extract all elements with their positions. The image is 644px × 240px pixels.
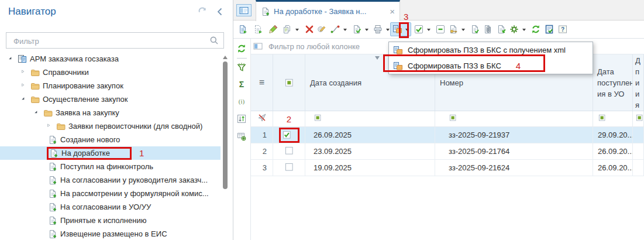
dropdown-arrow-icon[interactable] — [343, 29, 347, 33]
scrollbar-thumb[interactable] — [223, 61, 228, 189]
tree-scrollbar[interactable] — [221, 52, 229, 240]
tree-item[interactable]: Планирование закупок — [0, 79, 221, 92]
navigator-collapse-button[interactable] — [215, 6, 226, 18]
new-by-template-button[interactable] — [251, 22, 265, 36]
tree-item[interactable]: Заявка на закупку — [0, 106, 221, 119]
funnel-button[interactable] — [237, 63, 246, 72]
verify-button[interactable] — [468, 22, 482, 36]
access-key-button[interactable] — [446, 22, 467, 36]
expanded-arrow-icon[interactable] — [20, 97, 27, 102]
collapse-minus-button[interactable] — [433, 22, 447, 36]
table-row[interactable]: 223.09.2025зз-2025-09-2176426.09.20... — [251, 143, 644, 160]
column-filter-button[interactable] — [598, 114, 607, 125]
info-button[interactable]: (i) — [237, 97, 246, 106]
tree-item[interactable]: Поступил на финконтроль — [0, 160, 221, 173]
collapsed-arrow-icon[interactable] — [46, 124, 53, 129]
doc-plus-icon — [49, 149, 58, 158]
dropdown-arrow-icon[interactable] — [462, 29, 465, 33]
settings-gear-button[interactable] — [507, 22, 528, 36]
column-header-menu[interactable]: ≡ — [251, 54, 273, 111]
route-button[interactable] — [328, 22, 349, 36]
sigma-button[interactable]: Σ — [237, 80, 246, 89]
dropdown-arrow-icon[interactable] — [522, 29, 526, 33]
column-header-select[interactable] — [273, 54, 305, 111]
column-menu-arrow-icon[interactable] — [375, 56, 380, 62]
receive-button[interactable] — [494, 22, 508, 36]
tree-item[interactable]: Осуществление закупок — [0, 92, 221, 106]
panel-toggle-button[interactable] — [236, 4, 252, 16]
table-row[interactable]: 126.09.2025зз-2025-09-2193729.09.20... — [251, 127, 644, 143]
grid-settings-button[interactable] — [237, 132, 246, 141]
doc-plus-icon — [261, 7, 270, 16]
form-pzz-icon — [393, 61, 402, 71]
tab-close-icon[interactable]: × — [390, 7, 395, 16]
tree-item[interactable]: Извещение размещено в ЕИС — [0, 227, 221, 240]
cell-check — [273, 127, 305, 143]
dropdown-arrow-icon[interactable] — [295, 29, 299, 33]
menu-item-2[interactable]: Сформировать ПЗЗ в БКС4 — [389, 58, 593, 74]
cell-num: 1 — [251, 127, 273, 143]
clear-filter-button[interactable] — [257, 113, 267, 125]
approve-button[interactable] — [350, 22, 371, 36]
tree-item-content: На согласовании у руководителя заказч... — [47, 175, 209, 186]
tree-item-label: Справочники — [43, 68, 89, 77]
edit-button[interactable] — [266, 22, 280, 36]
stamp-sign-icon — [317, 25, 326, 34]
application-window: Навигатор АРМ заказчика госзаказаСправоч… — [0, 0, 644, 240]
print-button[interactable] — [371, 22, 392, 36]
cell-date_created: 26.09.2025 — [305, 127, 435, 143]
row-checkbox[interactable] — [284, 146, 294, 157]
column-header-date_uo[interactable]: Дата поступлен ия в УО — [593, 54, 633, 111]
tree-item[interactable]: Принятые к исполнению — [0, 214, 221, 227]
dropdown-arrow-icon[interactable] — [405, 29, 409, 33]
stamp-sign-button[interactable] — [315, 22, 329, 36]
row-checkbox[interactable] — [284, 162, 294, 173]
scroll-up-icon[interactable] — [223, 53, 228, 59]
doc-plus-icon — [48, 229, 57, 239]
dropdown-arrow-icon[interactable] — [427, 29, 431, 33]
menu-item-label: Сформировать ПЗЗ в БКС с получением xml — [408, 46, 566, 54]
expanded-arrow-icon[interactable] — [7, 56, 15, 62]
search-icon — [209, 36, 219, 45]
navigator-refresh-button[interactable] — [197, 6, 208, 18]
navigator-filter-input[interactable] — [12, 33, 208, 49]
help-button[interactable]: ? — [556, 22, 570, 36]
table-row[interactable]: 319.09.2025зз-2025-09-2162426.09.20... — [251, 160, 644, 176]
tree-item[interactable]: Заявки первоисточники (для сводной) — [0, 119, 221, 133]
menu-item-1[interactable]: Сформировать ПЗЗ в БКС с получением xml — [389, 42, 593, 58]
column-filter-button[interactable] — [449, 114, 458, 125]
tree-item[interactable]: На рассмотрении у формулярной комис... — [0, 187, 221, 200]
tree-item[interactable]: Справочники — [0, 66, 221, 79]
row-checkbox[interactable] — [279, 128, 299, 143]
tree-item[interactable]: На согласовании у руководителя заказч... — [0, 173, 221, 187]
tab-na-dorabotke[interactable]: На доработке - Заявка н... × — [256, 0, 400, 21]
new-document-button[interactable] — [236, 22, 250, 36]
column-filter-row: 2 — [251, 111, 644, 127]
copy-button[interactable] — [280, 22, 301, 36]
collapsed-arrow-icon[interactable] — [20, 83, 27, 89]
collapse-left-icon — [216, 7, 225, 16]
tree-item[interactable]: АРМ заказчика госзаказа — [0, 52, 221, 66]
attachments-button[interactable] — [481, 22, 495, 36]
tree-item-content: Заявка на закупку — [42, 108, 120, 118]
sort-updown-button[interactable] — [237, 114, 246, 124]
copy-icon — [283, 25, 292, 34]
select-check-button[interactable] — [412, 22, 433, 36]
collapsed-arrow-icon[interactable] — [20, 70, 27, 76]
refresh-button[interactable] — [529, 22, 543, 36]
dropdown-arrow-icon[interactable] — [386, 29, 390, 33]
dart-clear-icon — [257, 113, 267, 122]
tree-item[interactable]: Создание нового — [0, 133, 221, 146]
refresh-button[interactable] — [237, 44, 246, 53]
tree-item[interactable]: На согласовании в УО/УУ — [0, 200, 221, 214]
dropdown-arrow-icon[interactable] — [365, 29, 369, 33]
tree-item[interactable]: На доработке1 — [0, 146, 221, 160]
svg-text:(i): (i) — [239, 98, 245, 105]
report-check-button[interactable] — [542, 22, 556, 36]
column-chooser-icon — [253, 42, 263, 51]
form-pzz-button[interactable] — [390, 22, 411, 36]
column-filter-button[interactable] — [314, 114, 323, 125]
column-header-cut[interactable]: Д п и и я — [633, 54, 644, 111]
column-filter-button[interactable] — [635, 114, 644, 125]
expanded-arrow-icon[interactable] — [33, 110, 40, 116]
